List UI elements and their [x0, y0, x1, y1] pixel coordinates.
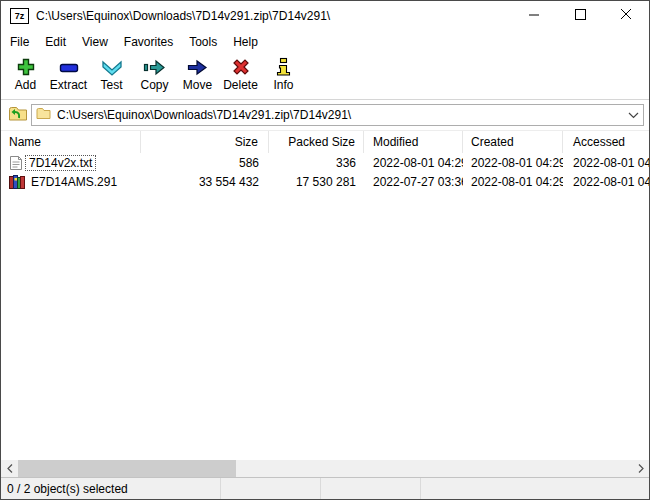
minimize-icon	[529, 9, 540, 23]
menu-tools[interactable]: Tools	[181, 33, 225, 51]
copy-button[interactable]: Copy	[133, 56, 176, 92]
scrollbar-thumb[interactable]	[18, 460, 236, 477]
list-header: Name Size Packed Size Modified Created A…	[1, 130, 649, 153]
delete-button[interactable]: Delete	[219, 56, 262, 92]
folder-up-icon	[8, 105, 28, 125]
7zip-file-manager-window: 7z C:\Users\Equinox\Downloads\7D14v291.z…	[0, 0, 650, 500]
add-plus-icon	[16, 56, 36, 78]
menu-bar: File Edit View Favorites Tools Help	[1, 31, 649, 52]
info-button[interactable]: Info	[262, 56, 305, 92]
delete-cross-icon	[231, 56, 251, 78]
maximize-icon	[575, 9, 586, 23]
packed-size-cell: 17 530 281	[269, 175, 364, 189]
status-panel-3	[321, 478, 421, 499]
chevron-down-icon[interactable]	[628, 108, 639, 122]
move-arrow-icon	[186, 56, 209, 78]
header-created[interactable]: Created	[463, 131, 563, 153]
header-name[interactable]: Name	[1, 131, 141, 153]
file-name: E7D14AMS.291	[27, 174, 121, 190]
menu-help[interactable]: Help	[225, 33, 266, 51]
scroll-left-button[interactable]	[1, 460, 18, 477]
status-bar: 0 / 2 object(s) selected	[1, 477, 649, 499]
created-cell: 2022-08-01 04:29	[463, 156, 563, 170]
size-cell: 586	[141, 156, 269, 170]
test-chevron-icon	[101, 56, 123, 78]
close-icon	[621, 9, 632, 23]
file-list: 7D14v2x.txt 586 336 2022-08-01 04:29 202…	[1, 153, 649, 460]
test-label: Test	[100, 78, 122, 92]
add-label: Add	[15, 78, 36, 92]
name-cell: 7D14v2x.txt	[1, 155, 141, 171]
chevron-right-icon	[638, 462, 644, 476]
accessed-cell: 2022-08-01 04:29	[563, 175, 649, 189]
title-bar: 7z C:\Users\Equinox\Downloads\7D14v291.z…	[1, 1, 649, 31]
menu-edit[interactable]: Edit	[37, 33, 74, 51]
maximize-button[interactable]	[557, 1, 603, 31]
minimize-button[interactable]	[511, 1, 557, 31]
delete-label: Delete	[223, 78, 258, 92]
status-panel-2	[221, 478, 321, 499]
extract-button[interactable]: Extract	[47, 56, 90, 92]
move-button[interactable]: Move	[176, 56, 219, 92]
window-title: C:\Users\Equinox\Downloads\7D14v291.zip\…	[36, 9, 511, 23]
parent-folder-button[interactable]	[4, 103, 31, 127]
chevron-left-icon	[7, 462, 13, 476]
close-button[interactable]	[603, 1, 649, 31]
accessed-cell: 2022-08-01 04:29	[563, 156, 649, 170]
info-label: Info	[273, 78, 293, 92]
horizontal-scrollbar[interactable]	[1, 460, 649, 477]
copy-arrow-icon	[143, 56, 166, 78]
modified-cell: 2022-08-01 04:29	[364, 156, 463, 170]
copy-label: Copy	[140, 78, 168, 92]
text-file-icon	[9, 155, 23, 171]
test-button[interactable]: Test	[90, 56, 133, 92]
created-cell: 2022-08-01 04:29	[463, 175, 563, 189]
status-panel-4	[421, 478, 649, 499]
toolbar: Add Extract Test Copy Move	[1, 52, 649, 100]
move-label: Move	[183, 78, 212, 92]
add-button[interactable]: Add	[4, 56, 47, 92]
file-name: 7D14v2x.txt	[25, 155, 96, 171]
info-letter-icon	[276, 56, 292, 78]
scroll-right-button[interactable]	[632, 460, 649, 477]
app-7z-icon: 7z	[10, 8, 29, 24]
packed-size-cell: 336	[269, 156, 364, 170]
file-row-7d14v2x-txt[interactable]: 7D14v2x.txt 586 336 2022-08-01 04:29 202…	[1, 153, 649, 172]
file-row-e7d14ams-291[interactable]: E7D14AMS.291 33 554 432 17 530 281 2022-…	[1, 172, 649, 191]
menu-favorites[interactable]: Favorites	[116, 33, 181, 51]
size-cell: 33 554 432	[141, 175, 269, 189]
address-combobox[interactable]: C:\Users\Equinox\Downloads\7D14v291.zip\…	[31, 104, 644, 126]
header-packed-size[interactable]: Packed Size	[269, 131, 364, 153]
folder-icon	[36, 107, 51, 123]
menu-view[interactable]: View	[74, 33, 116, 51]
menu-file[interactable]: File	[2, 33, 37, 51]
name-cell: E7D14AMS.291	[1, 174, 141, 190]
address-bar: C:\Users\Equinox\Downloads\7D14v291.zip\…	[1, 100, 649, 130]
extract-bar-icon	[58, 56, 80, 78]
extract-label: Extract	[50, 78, 87, 92]
address-path[interactable]: C:\Users\Equinox\Downloads\7D14v291.zip\…	[57, 108, 628, 122]
archive-app-icon	[9, 174, 25, 190]
header-modified[interactable]: Modified	[364, 131, 463, 153]
header-size[interactable]: Size	[141, 131, 269, 153]
modified-cell: 2022-07-27 03:36	[364, 175, 463, 189]
selection-status: 0 / 2 object(s) selected	[1, 478, 221, 499]
header-accessed[interactable]: Accessed	[563, 131, 649, 153]
